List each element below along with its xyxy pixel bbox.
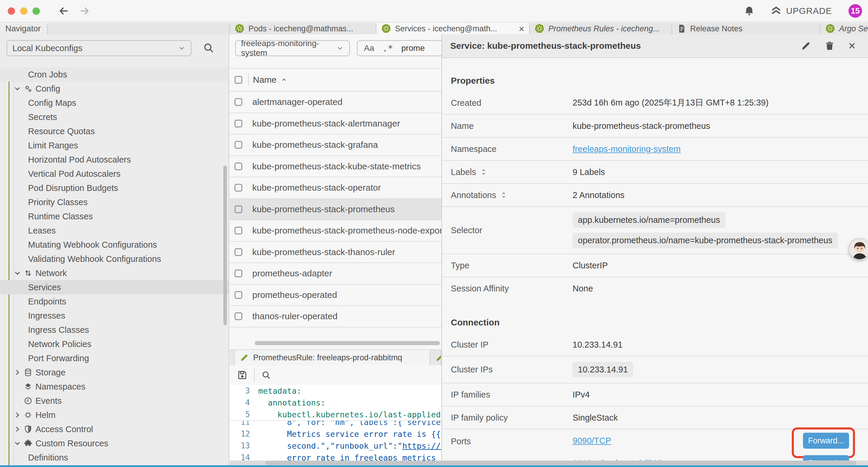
sidebar-item-events[interactable]: Events xyxy=(0,394,229,408)
match-case-toggle[interactable]: Aa xyxy=(364,43,374,53)
table-row[interactable]: kube-prometheus-stack-prometheus xyxy=(230,199,441,221)
sidebar-item-ingresses[interactable]: Ingresses xyxy=(0,309,229,323)
sidebar-search-button[interactable] xyxy=(203,42,215,54)
sidebar-item-namespaces[interactable]: Namespaces xyxy=(0,380,229,394)
select-all-checkbox[interactable] xyxy=(235,76,242,84)
sidebar-item-config-maps[interactable]: Config Maps xyxy=(0,96,229,110)
table-row[interactable]: kube-prometheus-stack-thanos-ruler xyxy=(230,242,441,263)
editor-tab-partial[interactable] xyxy=(430,350,441,365)
sort-ascending-icon[interactable] xyxy=(280,76,288,84)
row-checkbox[interactable] xyxy=(235,184,242,192)
close-icon[interactable]: × xyxy=(848,39,856,52)
row-checkbox[interactable] xyxy=(235,248,242,256)
forward-arrow-icon[interactable] xyxy=(79,5,90,17)
tab-release-notes[interactable]: Release Notes xyxy=(672,23,820,34)
forward-button[interactable]: Forward... xyxy=(803,433,849,449)
row-checkbox[interactable] xyxy=(235,141,242,149)
avatar[interactable] xyxy=(848,238,868,260)
chevron-down-icon[interactable] xyxy=(13,269,24,278)
kubeconfig-selector[interactable]: Local Kubeconfigs xyxy=(6,40,191,56)
namespace-link[interactable]: freeleaps-monitoring-system xyxy=(572,144,681,154)
sidebar-item-horizontal-pod-autoscalers[interactable]: Horizontal Pod Autoscalers xyxy=(0,152,229,167)
row-checkbox[interactable] xyxy=(235,120,242,127)
sort-updown-icon[interactable] xyxy=(500,192,507,199)
detail-label-text: Cluster IPs xyxy=(451,365,493,375)
scrollbar-thumb[interactable] xyxy=(265,461,856,465)
sidebar-item-runtime-classes[interactable]: Runtime Classes xyxy=(0,209,229,224)
sidebar-item-pod-disruption-budgets[interactable]: Pod Disruption Budgets xyxy=(0,181,229,195)
chevron-right-icon[interactable] xyxy=(13,411,24,419)
notification-count-badge[interactable]: 15 xyxy=(848,4,862,18)
tab-argo-se[interactable]: Argo Se xyxy=(820,23,868,34)
sidebar-item-limit-ranges[interactable]: Limit Ranges xyxy=(0,138,229,152)
table-row[interactable]: prometheus-adapter xyxy=(230,263,441,285)
delete-trash-icon[interactable] xyxy=(825,41,835,51)
name-column-header[interactable]: Name xyxy=(253,75,277,85)
sidebar-item-endpoints[interactable]: Endpoints xyxy=(0,294,229,309)
table-row[interactable]: kube-prometheus-stack-prometheus-node-ex… xyxy=(230,220,441,242)
scrollbar-thumb[interactable] xyxy=(255,341,440,345)
sidebar-item-cron-jobs[interactable]: Cron Jobs xyxy=(0,67,229,82)
sidebar-item-secrets[interactable]: Secrets xyxy=(0,110,229,124)
sidebar-item-priority-classes[interactable]: Priority Classes xyxy=(0,195,229,209)
sidebar-item-definitions[interactable]: Definitions xyxy=(0,450,229,465)
save-icon[interactable] xyxy=(237,370,248,380)
sidebar-item-resource-quotas[interactable]: Resource Quotas xyxy=(0,124,229,138)
row-checkbox[interactable] xyxy=(235,313,242,320)
back-arrow-icon[interactable] xyxy=(58,5,69,17)
sidebar-scrollbar[interactable] xyxy=(223,166,227,325)
table-row[interactable]: kube-prometheus-stack-kube-state-metrics xyxy=(230,156,441,178)
tab-pods-icecheng-mathmas[interactable]: Pods - icecheng@mathmas... xyxy=(230,23,376,34)
table-row[interactable]: alertmanager-operated xyxy=(230,92,441,113)
chevron-down-icon[interactable] xyxy=(13,439,24,448)
sidebar-item-storage[interactable]: Storage xyxy=(0,365,229,380)
close-tab-icon[interactable]: × xyxy=(519,24,524,34)
close-window-button[interactable] xyxy=(8,7,15,15)
sidebar-item-validating-webhook-configurations[interactable]: Validating Webhook Configurations xyxy=(0,252,229,266)
maximize-window-button[interactable] xyxy=(32,7,40,15)
chevron-down-icon[interactable] xyxy=(13,84,24,93)
table-row[interactable]: kube-prometheus-stack-grafana xyxy=(230,135,441,156)
port-link[interactable]: 9090/TCP xyxy=(572,436,611,446)
sidebar-item-mutating-webhook-configurations[interactable]: Mutating Webhook Configurations xyxy=(0,238,229,252)
namespace-selector[interactable]: freeleaps-monitoring-system xyxy=(235,40,350,56)
sidebar-item-port-forwarding[interactable]: Port Forwarding xyxy=(0,351,229,365)
row-checkbox[interactable] xyxy=(235,205,242,213)
sidebar-item-network[interactable]: Network xyxy=(0,266,229,280)
table-row[interactable]: kube-prometheus-stack-operator xyxy=(230,177,441,199)
upgrade-button[interactable]: UPGRADE xyxy=(770,5,832,17)
row-checkbox[interactable] xyxy=(235,291,242,299)
sidebar-item-services[interactable]: Services xyxy=(0,280,229,294)
minimize-window-button[interactable] xyxy=(20,7,28,15)
tab-services-icecheng-math[interactable]: Services - icecheng@math...× xyxy=(376,23,530,34)
code-link[interactable]: https://net xyxy=(402,441,441,450)
sidebar-item-access-control[interactable]: Access Control xyxy=(0,422,229,436)
tab-navigator[interactable]: Navigator xyxy=(0,23,48,34)
editor-tab-prometheusrule[interactable]: PrometheusRule: freeleaps-prod-rabbitmq xyxy=(234,350,430,365)
sidebar-item-network-policies[interactable]: Network Policies xyxy=(0,337,229,351)
chevron-right-icon[interactable] xyxy=(13,425,24,434)
tab-prometheus-rules-icecheng[interactable]: Prometheus Rules - icecheng... xyxy=(530,23,672,34)
row-checkbox[interactable] xyxy=(235,269,242,277)
filter-query[interactable]: prome xyxy=(401,43,425,53)
yaml-editor[interactable]: 3metadata:4 annotations:5 kubectl.kubern… xyxy=(230,385,441,465)
sidebar-item-helm[interactable]: Helm xyxy=(0,408,229,422)
chevron-right-icon[interactable] xyxy=(13,368,24,377)
sort-updown-icon[interactable] xyxy=(480,169,487,176)
name-filter[interactable]: Aa .* prome xyxy=(357,40,441,56)
row-checkbox[interactable] xyxy=(235,163,242,170)
editor-search-icon[interactable] xyxy=(261,370,271,380)
regex-toggle[interactable]: .* xyxy=(382,43,393,54)
table-row[interactable]: kube-prometheus-stack-alertmanager xyxy=(230,113,441,135)
sidebar-item-vertical-pod-autoscalers[interactable]: Vertical Pod Autoscalers xyxy=(0,167,229,181)
table-row[interactable]: thanos-ruler-operated xyxy=(230,306,441,327)
sidebar-item-config[interactable]: Config xyxy=(0,82,229,96)
row-checkbox[interactable] xyxy=(235,98,242,106)
sidebar-item-custom-resources[interactable]: Custom Resources xyxy=(0,436,229,450)
table-row[interactable]: prometheus-operated xyxy=(230,285,441,306)
sidebar-item-leases[interactable]: Leases xyxy=(0,224,229,238)
edit-pencil-icon[interactable] xyxy=(801,41,811,51)
sidebar-item-ingress-classes[interactable]: Ingress Classes xyxy=(0,323,229,337)
notifications-bell-icon[interactable] xyxy=(744,5,755,17)
row-checkbox[interactable] xyxy=(235,227,242,234)
